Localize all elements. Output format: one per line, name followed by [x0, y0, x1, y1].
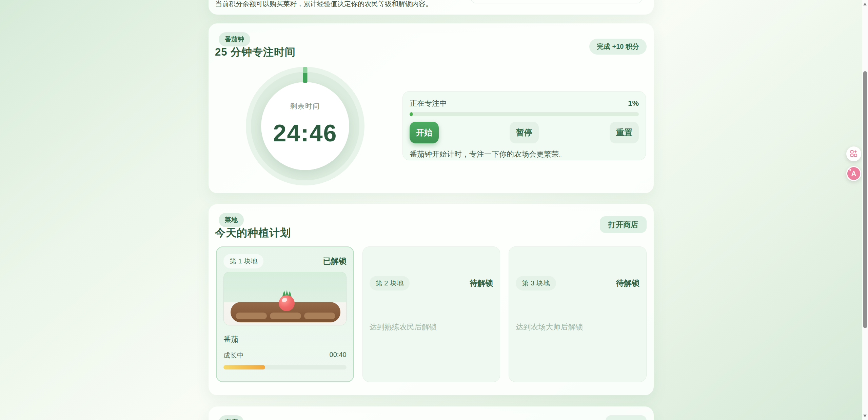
pomodoro-badge: 番茄钟: [219, 32, 250, 46]
plot-2-badge: 第 2 块地: [370, 276, 410, 291]
timer-ring: 剩余时间 24:46: [246, 67, 364, 185]
plot-3-status: 待解锁: [616, 278, 639, 288]
start-button[interactable]: 开始: [410, 122, 439, 143]
plot-card-3[interactable]: 第 3 块地 待解锁 达到农场大师后解锁: [509, 246, 647, 382]
plot-2-status: 待解锁: [470, 278, 493, 288]
plot-1-progress-bar: [223, 365, 347, 369]
scroll-down-arrow[interactable]: [863, 415, 867, 417]
plot-1-progress-fill: [223, 365, 265, 369]
stat-box: [471, 0, 642, 3]
plot-3-badge: 第 3 块地: [516, 276, 556, 291]
apps-sparkle-button[interactable]: [846, 146, 861, 161]
timer-label: 剩余时间: [290, 102, 320, 111]
pomodoro-card: 番茄钟 25 分钟专注时间 完成 +10 积分 剩余时间 24:46 正在专注中…: [209, 23, 654, 193]
plot-1-stage: 成长中: [223, 351, 244, 360]
vertical-scrollbar[interactable]: [862, 0, 868, 420]
pause-button[interactable]: 暂停: [510, 122, 539, 143]
apps-sparkle-icon: [850, 149, 858, 159]
scrollbar-thumb[interactable]: [863, 71, 867, 328]
open-shop-button[interactable]: 打开商店: [600, 216, 647, 233]
reward-badge: 完成 +10 积分: [589, 39, 647, 55]
focus-percent: 1%: [628, 99, 639, 108]
focus-progress-bar: [410, 112, 639, 116]
plot-1-status: 已解锁: [323, 256, 347, 266]
shop-card: 商店: [209, 406, 654, 420]
previous-section-card: 当前积分余额可以购买菜籽，累计经验值决定你的农民等级和解锁内容。: [209, 0, 654, 15]
shop-partial-button[interactable]: [606, 415, 647, 420]
translate-button[interactable]: ✦ A: [846, 166, 861, 181]
points-note: 当前积分余额可以购买菜籽，累计经验值决定你的农民等级和解锁内容。: [215, 0, 432, 8]
timer-remaining-time: 24:46: [273, 120, 337, 147]
focus-progress-fill: [410, 112, 413, 116]
garden-card: 菜地 今天的种植计划 打开商店 第 1 块地 已解锁: [209, 204, 654, 395]
shop-badge: 商店: [219, 415, 244, 420]
tomato-icon: [279, 295, 295, 311]
plot-card-2[interactable]: 第 2 块地 待解锁 达到熟练农民后解锁: [362, 246, 500, 382]
timer-dial: 剩余时间 24:46: [261, 82, 349, 170]
plot-3-unlock-hint: 达到农场大师后解锁: [516, 322, 639, 332]
focus-hint-text: 番茄钟开始计时，专注一下你的农场会更繁荣。: [410, 149, 639, 159]
plot-card-1[interactable]: 第 1 块地 已解锁: [216, 246, 354, 382]
translate-sparkle-icon: ✦ A: [847, 167, 860, 180]
timer-progress-tick: [303, 67, 308, 83]
scroll-up-arrow[interactable]: [863, 3, 867, 5]
plot-1-time: 00:40: [330, 351, 347, 360]
garden-title: 今天的种植计划: [215, 226, 291, 240]
plot-2-unlock-hint: 达到熟练农民后解锁: [370, 322, 493, 332]
focus-status-label: 正在专注中: [410, 98, 447, 108]
pomodoro-title: 25 分钟专注时间: [215, 45, 296, 59]
plot-1-badge: 第 1 块地: [223, 254, 263, 268]
plot-1-scene: [223, 272, 347, 325]
plots-grid: 第 1 块地 已解锁: [216, 246, 647, 382]
garden-badge: 菜地: [219, 213, 244, 227]
plot-1-crop-name: 番茄: [223, 334, 347, 344]
page: 当前积分余额可以购买菜籽，累计经验值决定你的农民等级和解锁内容。 番茄钟 25 …: [0, 0, 868, 420]
reset-button[interactable]: 重置: [610, 122, 639, 143]
focus-panel: 正在专注中 1% 开始 暂停 重置 番茄钟开始计时，专注一下你的农场会更繁荣。: [402, 91, 646, 160]
